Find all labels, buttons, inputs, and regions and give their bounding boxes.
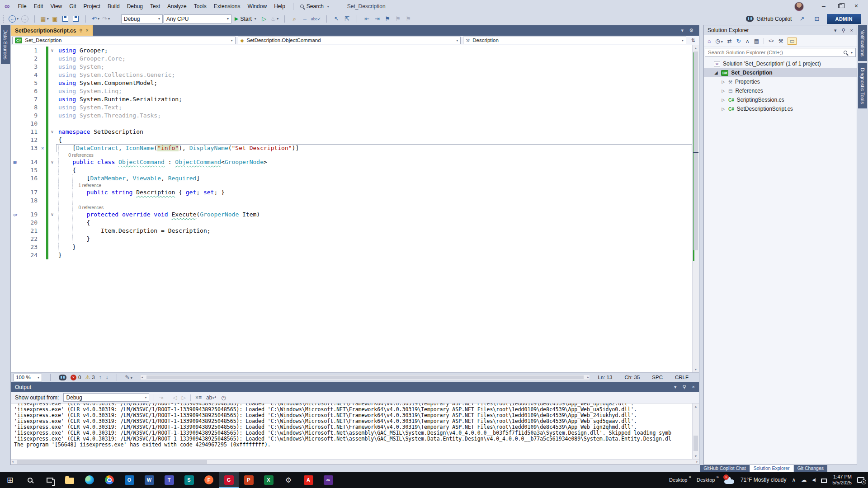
save-all-button[interactable]: [71, 14, 80, 23]
scrollbar-thumb[interactable]: [693, 52, 698, 250]
code-text[interactable]: }: [56, 251, 692, 259]
taskbar-teams-button[interactable]: T: [159, 472, 179, 488]
undo-button[interactable]: ↶▾: [91, 14, 100, 23]
code-line[interactable]: 8using System.Text;: [11, 103, 692, 112]
codelens-row[interactable]: 1 reference: [11, 183, 692, 188]
code-text[interactable]: using System.Linq;: [56, 87, 692, 95]
output-log[interactable]: 'iisexpress.exe' (CLR v4.0.30319: /LM/W3…: [11, 404, 692, 459]
pin-icon[interactable]: ⚲: [683, 384, 686, 390]
code-line[interactable]: 12{: [11, 136, 692, 144]
error-count[interactable]: 0: [78, 375, 81, 380]
show-all-files-icon[interactable]: ▤: [754, 38, 759, 44]
output-vertical-scrollbar[interactable]: ▲ ▼: [692, 404, 699, 459]
codelens-text[interactable]: 1 reference: [56, 183, 692, 188]
codelens-row[interactable]: 0 references: [11, 205, 692, 211]
navigate-forward-button[interactable]: →: [20, 14, 29, 23]
side-tab-notifications[interactable]: Notifications: [858, 25, 867, 61]
view-code-icon[interactable]: <>: [769, 38, 774, 43]
code-text[interactable]: using System.Threading.Tasks;: [56, 112, 692, 120]
expander-icon[interactable]: ▷: [721, 98, 726, 102]
menu-file[interactable]: File: [14, 1, 30, 11]
decrease-indent-button[interactable]: ⇤: [362, 14, 372, 23]
nav-dropdown-3[interactable]: ⚒Description▾: [463, 37, 686, 44]
fold-chevron-icon[interactable]: ∨: [48, 211, 56, 219]
hot-reload-button[interactable]: ♨▾: [270, 14, 279, 23]
code-line[interactable]: 1∨using Grooper;: [11, 47, 692, 55]
admin-account-button[interactable]: ADMIN: [827, 14, 861, 24]
tree-item-solution-set-description-1-of-1-project[interactable]: ∞Solution 'Set_Description' (1 of 1 proj…: [704, 59, 857, 68]
zoom-dropdown[interactable]: 100 %▾: [13, 374, 42, 381]
code-line[interactable]: 16 [DataMember, Viewable, Required]: [11, 174, 692, 183]
space-indicator[interactable]: SPC: [652, 375, 663, 380]
scroll-up-icon[interactable]: ▲: [693, 404, 699, 409]
toolbar-grip[interactable]: [3, 15, 5, 23]
pending-changes-filter-icon[interactable]: ◷▾: [715, 38, 723, 44]
restore-button[interactable]: [832, 1, 848, 12]
code-line[interactable]: 6using System.Linq;: [11, 87, 692, 95]
taskbar-word-button[interactable]: W: [139, 472, 159, 488]
code-text[interactable]: [DataContract, IconName("info"), Display…: [56, 144, 692, 152]
taskbar-excel-button[interactable]: X: [259, 472, 278, 488]
line-indicator[interactable]: Ln: 13: [598, 375, 612, 380]
menu-tools[interactable]: Tools: [190, 1, 210, 11]
show-hidden-icons-chevron[interactable]: ∧: [792, 477, 796, 483]
side-tab-diagnostic-tools[interactable]: Diagnostic Tools: [858, 63, 867, 108]
scrollbar-thumb[interactable]: [146, 375, 584, 379]
code-line[interactable]: 15 {: [11, 166, 692, 174]
weather-icon[interactable]: 1: [724, 476, 735, 484]
quick-actions-icon[interactable]: ⚒: [39, 144, 46, 152]
menu-view[interactable]: View: [47, 1, 66, 11]
menu-git[interactable]: Git: [66, 1, 80, 11]
spell-check-button[interactable]: abc✓: [311, 14, 321, 23]
taskbar-acrobat-button[interactable]: A: [298, 472, 318, 488]
code-text[interactable]: namespace SetDescription: [56, 128, 692, 136]
document-tab[interactable]: SetDescriptionScript.cs ⚲ ×: [11, 25, 93, 36]
nav-dropdown-1[interactable]: C#Set_Description▾: [12, 37, 236, 44]
scrollbar-thumb[interactable]: [17, 460, 207, 464]
scroll-down-icon[interactable]: ▼: [693, 366, 699, 372]
codelens-text[interactable]: 0 references: [56, 205, 692, 211]
start-debugging-button[interactable]: ▶ Start ▾: [232, 14, 259, 23]
onedrive-icon[interactable]: ☁: [801, 477, 807, 483]
panel-splitter[interactable]: [699, 25, 703, 465]
code-text[interactable]: using System;: [56, 63, 692, 71]
code-line[interactable]: 13⚒ [DataContract, IconName("info"), Dis…: [11, 144, 692, 152]
scrollbar-thumb[interactable]: [693, 436, 698, 451]
menu-window[interactable]: Window: [244, 1, 270, 11]
prev-bookmark-button[interactable]: ⚑: [393, 14, 403, 23]
search-solution-explorer-input[interactable]: [708, 50, 841, 55]
chevrons-icon[interactable]: »: [716, 474, 719, 479]
scroll-right-icon[interactable]: ▸: [696, 460, 698, 464]
window-position-icon[interactable]: ▾: [834, 28, 837, 33]
solution-platform-dropdown[interactable]: Any CPU▾: [164, 14, 231, 23]
clear-all-icon[interactable]: ×≡: [195, 394, 202, 401]
preview-selected-items-icon[interactable]: ▭: [788, 38, 796, 45]
close-tab-icon[interactable]: ×: [86, 28, 89, 33]
editor-horizontal-scrollbar[interactable]: ◂ ▸: [140, 375, 590, 380]
menu-analyze[interactable]: Analyze: [164, 1, 190, 11]
taskbar-file-explorer-button[interactable]: [60, 472, 80, 488]
menu-build[interactable]: Build: [104, 1, 123, 11]
code-text[interactable]: using Grooper.Core;: [56, 55, 692, 63]
taskbar-edge-button[interactable]: [80, 472, 99, 488]
menu-extensions[interactable]: Extensions: [210, 1, 244, 11]
taskbar-grooper-button[interactable]: G: [219, 472, 239, 488]
minimize-button[interactable]: –: [816, 1, 832, 12]
start-without-debugging-button[interactable]: ▷: [259, 14, 269, 23]
code-line[interactable]: 24}: [11, 251, 692, 259]
side-tab-data-sources[interactable]: Data Sources: [1, 25, 10, 64]
avatar[interactable]: [794, 2, 804, 11]
tree-item-set-description[interactable]: ◢C#Set_Description: [704, 68, 857, 77]
screen-share-button[interactable]: ⊡: [812, 14, 821, 23]
speaker-icon[interactable]: ◀): [812, 478, 816, 482]
code-line[interactable]: ▦↑14∨ public class ObjectCommand : Objec…: [11, 158, 692, 166]
code-text[interactable]: using System.ComponentModel;: [56, 79, 692, 87]
code-text[interactable]: {: [56, 166, 692, 174]
taskbar-powerpoint-button[interactable]: P: [239, 472, 259, 488]
code-text[interactable]: [56, 120, 692, 128]
bottom-tab-git-changes[interactable]: Git Changes: [794, 465, 827, 472]
copilot-status-icon[interactable]: [59, 375, 66, 380]
prev-message-icon[interactable]: ◁: [173, 394, 177, 401]
pin-icon[interactable]: ⚲: [79, 28, 82, 33]
refresh-icon[interactable]: ↻: [736, 38, 741, 44]
